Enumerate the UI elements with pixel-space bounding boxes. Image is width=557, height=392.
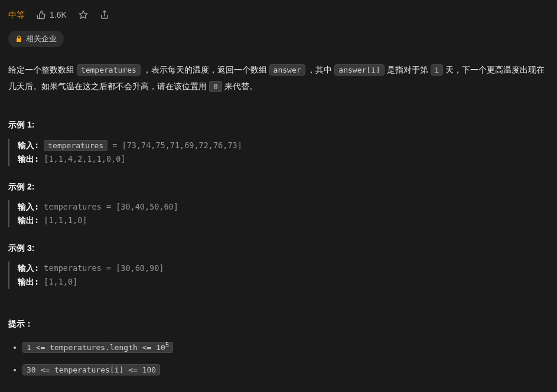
example-title: 示例 1: bbox=[8, 118, 549, 131]
star-icon bbox=[79, 10, 88, 19]
favorite-button[interactable] bbox=[79, 10, 88, 19]
difficulty-badge: 中等 bbox=[8, 8, 25, 21]
inline-code: i bbox=[431, 64, 444, 76]
inline-code: 0 bbox=[209, 81, 222, 92]
output-value: [1,1,0] bbox=[44, 277, 77, 286]
hint-item: 1 <= temperatures.length <= 105 bbox=[22, 340, 549, 354]
inline-code: 1 <= temperatures.length <= 105 bbox=[22, 342, 173, 353]
inline-code: 30 <= temperatures[i] <= 100 bbox=[22, 364, 160, 375]
output-label: 输出: bbox=[18, 277, 44, 286]
output-value: [1,1,4,2,1,1,0,0] bbox=[44, 154, 125, 164]
input-value: = [73,74,75,71,69,72,76,73] bbox=[108, 141, 242, 150]
hints-list: 1 <= temperatures.length <= 105 30 <= te… bbox=[8, 340, 549, 377]
example-block: 输入: temperatures = [30,40,50,60] 输出: [1,… bbox=[8, 200, 549, 227]
output-label: 输出: bbox=[18, 154, 44, 164]
like-button[interactable]: 1.6K bbox=[37, 8, 67, 21]
example-title: 示例 2: bbox=[8, 180, 549, 193]
inline-code: temperatures bbox=[44, 140, 108, 151]
example-2: 示例 2: 输入: temperatures = [30,40,50,60] 输… bbox=[8, 180, 549, 227]
svg-marker-0 bbox=[79, 11, 87, 19]
example-3: 示例 3: 输入: temperatures = [30,60,90] 输出: … bbox=[8, 241, 549, 289]
lock-icon bbox=[15, 35, 22, 43]
input-label: 输入: bbox=[18, 202, 39, 211]
share-icon bbox=[100, 10, 109, 19]
share-button[interactable] bbox=[100, 10, 109, 19]
hint-item: 30 <= temperatures[i] <= 100 bbox=[22, 362, 549, 377]
thumbs-up-icon bbox=[37, 10, 46, 19]
like-count: 1.6K bbox=[50, 8, 67, 21]
hints-title: 提示： bbox=[8, 317, 549, 330]
example-block: 输入: temperatures = [73,74,75,71,69,72,76… bbox=[8, 139, 549, 166]
input-label: 输入: bbox=[18, 263, 39, 273]
example-1: 示例 1: 输入: temperatures = [73,74,75,71,69… bbox=[8, 118, 549, 165]
example-title: 示例 3: bbox=[8, 241, 549, 254]
input-label: 输入: bbox=[18, 141, 44, 150]
example-block: 输入: temperatures = [30,60,90] 输出: [1,1,0… bbox=[8, 262, 549, 289]
output-value: [1,1,1,0] bbox=[44, 215, 87, 225]
problem-description: 给定一个整数数组 temperatures ，表示每天的温度，返回一个数组 an… bbox=[8, 61, 549, 94]
inline-code: answer bbox=[269, 64, 305, 76]
input-value: temperatures = [30,40,50,60] bbox=[39, 202, 178, 211]
inline-code: answer[i] bbox=[334, 64, 384, 76]
problem-header: 中等 1.6K bbox=[8, 8, 549, 21]
inline-code: temperatures bbox=[77, 64, 141, 76]
related-companies-button[interactable]: 相关企业 bbox=[8, 31, 64, 47]
related-companies-label: 相关企业 bbox=[26, 34, 57, 44]
output-label: 输出: bbox=[18, 215, 44, 225]
input-value: temperatures = [30,60,90] bbox=[39, 263, 164, 273]
